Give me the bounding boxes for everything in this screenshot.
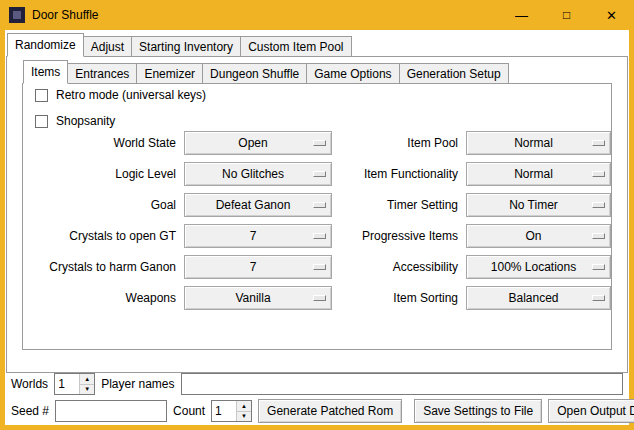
timer-setting-dropdown[interactable]: No Timer [466, 193, 611, 217]
shopsanity-row: Shopsanity [35, 114, 115, 128]
tab-entrances[interactable]: Entrances [67, 63, 137, 84]
tab-dungeon-shuffle[interactable]: Dungeon Shuffle [202, 63, 307, 84]
spin-up-icon[interactable]: ▲ [237, 401, 251, 412]
spin-down-icon[interactable]: ▼ [80, 385, 94, 395]
dropdown-indicator-icon [592, 295, 605, 301]
timer-setting-label: Timer Setting [337, 198, 461, 212]
accessibility-label: Accessibility [337, 260, 461, 274]
item-pool-value: Normal [467, 136, 610, 150]
shopsanity-label: Shopsanity [56, 114, 115, 128]
seed-row: Seed # Count ▲ ▼ Generate Patched Rom Sa… [11, 399, 623, 423]
crystals-gt-label: Crystals to open GT [27, 229, 179, 243]
progressive-items-label: Progressive Items [337, 229, 461, 243]
tab-randomize[interactable]: Randomize [7, 33, 84, 57]
count-spin-arrows: ▲ ▼ [236, 401, 251, 421]
count-spinner: ▲ ▼ [211, 400, 252, 422]
weapons-label: Weapons [27, 291, 179, 305]
generate-patched-rom-button[interactable]: Generate Patched Rom [258, 399, 402, 423]
crystals-ganon-label: Crystals to harm Ganon [27, 260, 179, 274]
progressive-items-dropdown[interactable]: On [466, 224, 611, 248]
maximize-button[interactable]: □ [544, 0, 589, 30]
dropdown-indicator-icon [592, 140, 605, 146]
tab-adjust[interactable]: Adjust [83, 36, 132, 57]
weapons-dropdown[interactable]: Vanilla [184, 286, 332, 310]
crystals-ganon-value: 7 [185, 260, 331, 274]
dropdown-indicator-icon [313, 140, 326, 146]
worlds-spinner: ▲ ▼ [54, 373, 95, 395]
options-grid: World State Open Item Pool Normal Logic … [27, 127, 611, 313]
goal-label: Goal [27, 198, 179, 212]
world-state-value: Open [185, 136, 331, 150]
dropdown-indicator-icon [313, 295, 326, 301]
dropdown-indicator-icon [592, 202, 605, 208]
item-functionality-value: Normal [467, 167, 610, 181]
tab-generation-setup[interactable]: Generation Setup [399, 63, 509, 84]
dropdown-indicator-icon [313, 264, 326, 270]
sub-tabbar: Items Entrances Enemizer Dungeon Shuffle… [23, 60, 509, 84]
crystals-gt-value: 7 [185, 229, 331, 243]
tab-game-options[interactable]: Game Options [306, 63, 399, 84]
dropdown-indicator-icon [592, 171, 605, 177]
title-bar[interactable]: Door Shuffle — □ ✕ [0, 0, 634, 30]
tab-custom-item-pool[interactable]: Custom Item Pool [240, 36, 351, 57]
worlds-label: Worlds [11, 377, 48, 391]
dropdown-indicator-icon [313, 233, 326, 239]
retro-mode-checkbox[interactable] [35, 89, 48, 102]
tab-starting-inventory[interactable]: Starting Inventory [131, 36, 241, 57]
close-icon: ✕ [606, 9, 617, 22]
logic-level-dropdown[interactable]: No Glitches [184, 162, 332, 186]
dropdown-indicator-icon [313, 202, 326, 208]
progressive-items-value: On [467, 229, 610, 243]
item-pool-dropdown[interactable]: Normal [466, 131, 611, 155]
logic-level-value: No Glitches [185, 167, 331, 181]
item-pool-label: Item Pool [337, 136, 461, 150]
world-state-dropdown[interactable]: Open [184, 131, 332, 155]
app-icon [9, 7, 25, 23]
worlds-spin-arrows: ▲ ▼ [79, 374, 94, 394]
logic-level-label: Logic Level [27, 167, 179, 181]
main-tabbar: Randomize Adjust Starting Inventory Cust… [7, 33, 352, 57]
item-sorting-label: Item Sorting [337, 291, 461, 305]
worlds-row: Worlds ▲ ▼ Player names [11, 372, 623, 396]
tab-enemizer[interactable]: Enemizer [136, 63, 203, 84]
timer-setting-value: No Timer [467, 198, 610, 212]
spin-up-icon[interactable]: ▲ [80, 374, 94, 385]
item-sorting-value: Balanced [467, 291, 610, 305]
item-functionality-dropdown[interactable]: Normal [466, 162, 611, 186]
player-names-label: Player names [101, 377, 174, 391]
player-names-input[interactable] [181, 373, 624, 395]
world-state-label: World State [27, 136, 179, 150]
maximize-icon: □ [563, 9, 570, 21]
count-input[interactable] [212, 401, 236, 421]
seed-input[interactable] [55, 400, 167, 422]
shopsanity-checkbox[interactable] [35, 115, 48, 128]
weapons-value: Vanilla [185, 291, 331, 305]
retro-mode-row: Retro mode (universal keys) [35, 88, 206, 102]
goal-value: Defeat Ganon [185, 198, 331, 212]
accessibility-value: 100% Locations [467, 260, 610, 274]
dropdown-indicator-icon [313, 171, 326, 177]
seed-label: Seed # [11, 404, 49, 418]
minimize-icon: — [515, 9, 528, 22]
item-functionality-label: Item Functionality [337, 167, 461, 181]
dropdown-indicator-icon [592, 264, 605, 270]
open-output-directory-button[interactable]: Open Output Directory [548, 399, 634, 423]
app-window: Door Shuffle — □ ✕ Randomize Adjust Star… [0, 0, 634, 430]
goal-dropdown[interactable]: Defeat Ganon [184, 193, 332, 217]
spin-down-icon[interactable]: ▼ [237, 412, 251, 422]
minimize-button[interactable]: — [499, 0, 544, 30]
count-label: Count [173, 404, 205, 418]
worlds-input[interactable] [55, 374, 79, 394]
crystals-gt-dropdown[interactable]: 7 [184, 224, 332, 248]
accessibility-dropdown[interactable]: 100% Locations [466, 255, 611, 279]
item-sorting-dropdown[interactable]: Balanced [466, 286, 611, 310]
retro-mode-label: Retro mode (universal keys) [56, 88, 206, 102]
crystals-ganon-dropdown[interactable]: 7 [184, 255, 332, 279]
client-area: Randomize Adjust Starting Inventory Cust… [5, 30, 629, 425]
tab-items[interactable]: Items [23, 60, 68, 84]
close-button[interactable]: ✕ [589, 0, 634, 30]
save-settings-button[interactable]: Save Settings to File [414, 399, 542, 423]
dropdown-indicator-icon [592, 233, 605, 239]
window-title: Door Shuffle [32, 8, 99, 22]
